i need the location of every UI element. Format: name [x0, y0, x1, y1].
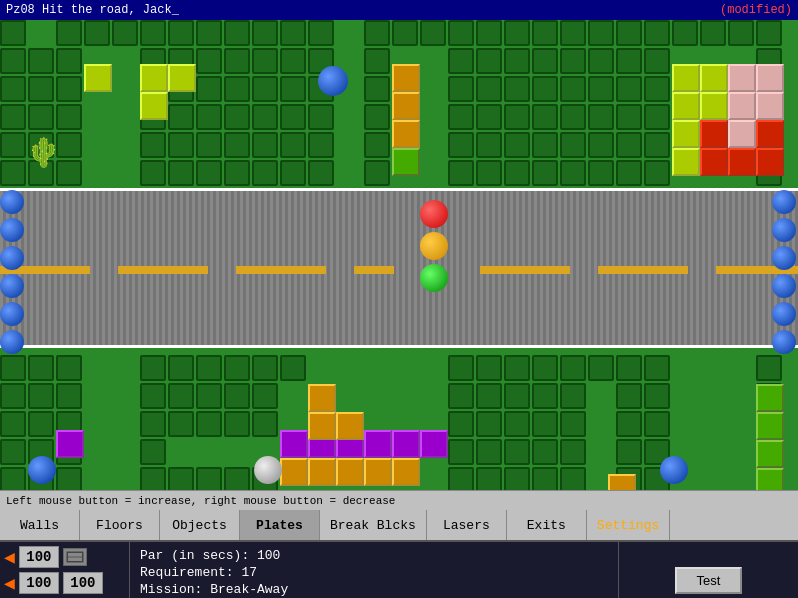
bush: [560, 104, 586, 130]
block-orange: [608, 474, 636, 490]
bush: [56, 383, 82, 409]
bush: [504, 355, 530, 381]
silver-ball: [254, 456, 282, 484]
bush: [112, 20, 138, 46]
bush: [560, 411, 586, 437]
bush: [224, 48, 250, 74]
bush: [476, 132, 502, 158]
block-ygreen: [672, 148, 700, 176]
bush: [252, 355, 278, 381]
bush: [196, 48, 222, 74]
block-purple: [280, 430, 308, 458]
bush: [252, 48, 278, 74]
bush: [84, 20, 110, 46]
block-ygreen: [700, 92, 728, 120]
counter-1: 100: [19, 546, 59, 568]
block-orange: [308, 412, 336, 440]
traffic-red: [420, 200, 448, 228]
tab-exits[interactable]: Exits: [507, 510, 587, 540]
bush: [280, 20, 306, 46]
bush: [0, 355, 26, 381]
bush: [476, 467, 502, 490]
bush: [196, 355, 222, 381]
bush: [0, 76, 26, 102]
bush: [140, 439, 166, 465]
bush: [224, 104, 250, 130]
block-ygreen: [140, 92, 168, 120]
bush: [448, 383, 474, 409]
bush: [616, 20, 642, 46]
tab-plates[interactable]: Plates: [240, 510, 320, 540]
bush: [420, 20, 446, 46]
bush: [616, 48, 642, 74]
right-panel: Test: [618, 542, 798, 598]
counter-icon-1: [63, 548, 87, 566]
bush: [364, 48, 390, 74]
bush: [560, 76, 586, 102]
tab-floors[interactable]: Floors: [80, 510, 160, 540]
block-pink: [728, 92, 756, 120]
road-dash: [598, 266, 688, 274]
block-green: [756, 384, 784, 412]
bush: [532, 411, 558, 437]
bush: [140, 160, 166, 186]
bush: [224, 411, 250, 437]
bush: [168, 411, 194, 437]
bush: [616, 383, 642, 409]
bush: [140, 411, 166, 437]
game-canvas[interactable]: 🌵: [0, 20, 798, 490]
block-green: [756, 440, 784, 468]
bush: [308, 160, 334, 186]
bush: [280, 48, 306, 74]
block-red: [700, 120, 728, 148]
tabbar[interactable]: Walls Floors Objects Plates Break Blcks …: [0, 510, 798, 540]
bush: [308, 132, 334, 158]
bush: [560, 20, 586, 46]
bush: [168, 467, 194, 490]
mid-panel: Par (in secs): 100 Requirement: 17 Missi…: [130, 542, 618, 598]
block-ygreen: [672, 92, 700, 120]
bush: [252, 411, 278, 437]
bush: [504, 467, 530, 490]
tab-objects[interactable]: Objects: [160, 510, 240, 540]
blue-ball-road: [772, 302, 796, 326]
block-orange: [280, 458, 308, 486]
road-dash: [236, 266, 326, 274]
bush: [448, 104, 474, 130]
bush: [448, 355, 474, 381]
road-dash: [354, 266, 394, 274]
block-orange: [336, 458, 364, 486]
bush: [588, 132, 614, 158]
bush: [476, 20, 502, 46]
bush: [0, 411, 26, 437]
bush: [588, 76, 614, 102]
bush: [588, 160, 614, 186]
blue-ball-road: [0, 190, 24, 214]
bush: [28, 355, 54, 381]
tab-lasers[interactable]: Lasers: [427, 510, 507, 540]
modified-badge: (modified): [720, 3, 792, 17]
bush: [252, 104, 278, 130]
tab-settings[interactable]: Settings: [587, 510, 670, 540]
blue-ball-road: [0, 302, 24, 326]
bush: [168, 132, 194, 158]
bush: [196, 132, 222, 158]
tab-breakblcks[interactable]: Break Blcks: [320, 510, 427, 540]
blue-ball-road: [772, 218, 796, 242]
blue-ball-road: [0, 274, 24, 298]
block-ygreen: [168, 64, 196, 92]
tab-walls[interactable]: Walls: [0, 510, 80, 540]
bush: [504, 439, 530, 465]
block-ygreen: [672, 64, 700, 92]
bush: [532, 160, 558, 186]
bush: [644, 383, 670, 409]
bush: [280, 160, 306, 186]
bush: [448, 160, 474, 186]
bush: [476, 76, 502, 102]
block-orange: [392, 64, 420, 92]
test-button[interactable]: Test: [675, 567, 743, 594]
bush: [644, 104, 670, 130]
bush: [560, 355, 586, 381]
bush: [504, 104, 530, 130]
statusbar: Left mouse button = increase, right mous…: [0, 490, 798, 510]
